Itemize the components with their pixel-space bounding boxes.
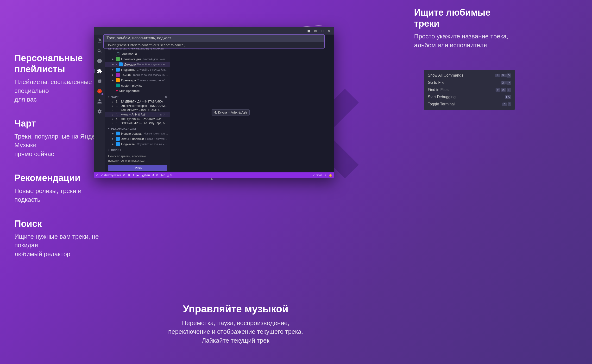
status-next[interactable]: ▶ [137,174,139,177]
track-name: Гудбай [141,174,150,177]
search-hint: Поиск (Press 'Enter' to confirm or 'Esca… [104,42,324,48]
share-icon[interactable]: ⎋ [160,113,162,116]
key-p: P [506,73,511,78]
rec-desc-rec-podcasts: Слушайте не только музыку [137,143,168,145]
top-annotation-desc: Просто укажите название трека,альбом или… [414,32,515,49]
rec-new-releases[interactable]: ▶ Новые релизы Новые треки, альбомы… [105,131,170,136]
cmd-terminal[interactable]: Toggle Terminal ⌃ ` [424,101,515,108]
tooltip-kykla: 4. Кукла – Artik & Asti [212,109,249,116]
playlist-of-day[interactable]: ▶ Плейлист дня Каждый день — новый, … [105,56,170,62]
activity-extensions[interactable] [95,67,104,75]
expand-arrow-rec-podcasts: ▶ [112,143,114,145]
chart-item-6[interactable]: ♪ 6. ОООРАК МРЗ – Die Baby Tape, Aaaa… [105,121,170,125]
branch-icon-right[interactable]: ≡ [325,174,326,177]
cmd-show-all[interactable]: Show All Commands ⇧ ⌘ P [424,72,515,79]
key-backtick: ` [508,102,511,106]
activity-yandex-music[interactable]: ♪ [95,87,104,96]
playlist-podcasts[interactable]: ▶ Подкасты Слушайте с пользой: подкас… [105,67,170,72]
heart-icon: ♥ [116,89,118,93]
errors-count: 0 [163,174,165,177]
cmd-find-files[interactable]: Find in Files ⇧ ⌘ F [424,86,515,93]
chart-arrow: ▾ [108,96,110,98]
playlist-custom[interactable]: custom playlist [105,83,170,88]
search-label: ПОИСК [111,149,121,151]
rec-label: РЕКОМЕНДАЦИИ [111,127,136,130]
cmd-keys-find-files: ⇧ ⌘ F [496,88,511,92]
recommendations-section-title[interactable]: ▾ РЕКОМЕНДАЦИИ [105,126,170,131]
status-branch[interactable]: ⎇ dev/my-wave [100,174,121,177]
playlist-desc-dejavu: Вы ещё не слушали эти треки… [137,63,168,66]
playlist-name-my-wave: Моя волна [121,52,137,56]
status-errors[interactable]: ⊕ 0 [160,174,165,177]
spell-status[interactable]: ↙ Spell [313,174,322,177]
rec-podcasts[interactable]: ▶ Подкасты Слушайте не только музыку [105,141,170,147]
chart-annotation-title: Чарт [14,118,106,129]
key-p-2: P [506,81,511,85]
rec-name-releases: Новые релизы [121,132,142,136]
playlist-name-custom: custom playlist [121,84,142,87]
activity-debug[interactable] [95,77,104,85]
playlist-dejavu[interactable]: ▶ Дежавю Вы ещё не слушали эти треки… [105,62,170,67]
recommendations-annotation-desc: Новые релизы, треки и подкасты [14,187,106,204]
next-icon: ▶ [137,174,139,177]
status-menu[interactable]: ⊞ [128,174,130,177]
search-section-title[interactable]: ▾ ПОИСК [105,148,170,152]
playlist-likes[interactable]: ♥ Мне нравится [105,88,170,93]
playlist-name-podcasts: Подкасты [121,68,135,72]
playlist-my-wave[interactable]: 🎵 Моя волна [105,51,170,56]
sync-icon: ⟳ [123,174,126,177]
chart-label: ЧАРТ [111,96,119,98]
rec-icon-2 [116,137,120,141]
bottom-annotation-desc: Перемотка, пауза, воспроизведение,перекл… [163,318,308,345]
rec-hits[interactable]: ▶ Хиты и новинки Новая и популярная … [105,136,170,141]
window-icon-4[interactable]: ⊠ [327,28,331,33]
chart-num-6: 6. [116,122,119,125]
bottom-annotation: Управляйте музыкой Перемотка, пауза, вос… [163,303,308,345]
menu-icon: ⊞ [128,174,130,177]
notification-icon[interactable]: 🔔 [329,174,332,177]
playlists-annotation-desc: Плейлисты, составленные специальнодля ва… [14,78,106,104]
vscode-window: ▣ ⊞ ⊟ ⊠ ♪ [94,27,334,178]
cmd-keys-goto-file: ⌘ P [501,81,511,85]
key-shift-2: ⇧ [496,88,500,92]
chart-name-2: Отключаю телефон – INSTASAMKA [121,104,168,108]
status-pause[interactable]: ⏸ [132,174,135,177]
wave-icon: 🎵 [116,52,120,56]
cmd-goto-file[interactable]: Go to File ⌘ P [424,79,515,86]
window-icon-2[interactable]: ⊞ [313,28,318,33]
search-button[interactable]: Поиск [108,165,167,171]
activity-git[interactable] [95,57,104,65]
cmd-debug[interactable]: Start Debugging F5 [424,93,515,101]
heart-icon-chart[interactable]: ♡ [162,113,165,116]
activity-settings[interactable] [95,107,104,116]
cmd-name-terminal: Toggle Terminal [428,102,455,106]
chart-item-3[interactable]: ♪ 3. КАК MOMMY – INSTASAMKA [105,108,170,112]
activity-account[interactable] [95,97,104,106]
status-warnings[interactable]: △ 0 [167,174,172,177]
status-sync[interactable]: ⟳ [123,174,126,177]
search-input-value[interactable]: Трек, альбом, исполнитель, подкаст [107,36,322,40]
window-icon-1[interactable]: ▣ [306,28,311,33]
refresh-icon[interactable]: ↻ [165,95,167,99]
title-bar-icons: ▣ ⊞ ⊟ ⊠ [306,28,331,33]
playlist-premiere[interactable]: ▶ Премьера Только новинки, подобранн… [105,78,170,83]
playlist-taynik[interactable]: ▶ Тайник Треки из вашей коллекции, кот… [105,72,170,78]
window-icon-3[interactable]: ⊟ [320,28,325,33]
left-annotations: Персональные плейлисты Плейлисты, состав… [14,53,106,273]
chart-item-2[interactable]: ♪ 2. Отключаю телефон – INSTASAMKA [105,104,170,108]
cmd-name-goto-file: Go to File [428,80,444,85]
chart-item-4[interactable]: ♪ 4. Кукла – Artik & Asti ⎋ ♡ ⋯ [105,112,170,117]
chart-item-5[interactable]: ♪ 5. Моя хулиганка – XOLIDAYBOY [105,117,170,121]
status-track: Гудбай [141,174,150,177]
playlist-name-dejavu: Дежавю [124,63,136,66]
main-content: ♪ YANDEX MUSIC ▾ ПЛЕЙЛИСТЫ Вы вошли как:… [94,35,334,172]
chart-name-3: КАК MOMMY – INSTASAMKA [121,109,168,112]
chart-section-title[interactable]: ▾ ЧАРТ ↻ [105,94,170,99]
key-cmd-2: ⌘ [501,81,506,84]
rec-desc-hits: Новая и популярная … [145,137,168,140]
playlist-desc-taynik: Треки из вашей коллекции, кот… [133,73,168,76]
status-repeat[interactable]: ⟳ [156,174,158,177]
status-shuffle[interactable]: ↺ [152,174,154,177]
chart-item-1[interactable]: ♪ 1. ЗА ДЕНЬГИ ДА – INSTASAMKA [105,99,170,104]
more-icon[interactable]: ⋯ [166,113,168,116]
